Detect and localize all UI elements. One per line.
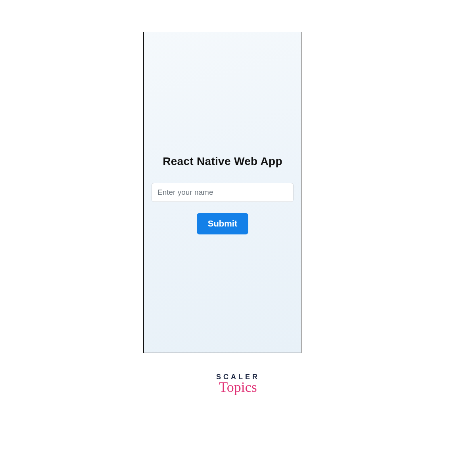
brand-logo-bottom: Topics [216, 380, 260, 394]
app-title: React Native Web App [163, 155, 282, 168]
brand-logo: SCALER Topics [216, 373, 260, 394]
name-input[interactable] [152, 183, 294, 202]
device-frame: React Native Web App Submit [143, 32, 301, 353]
submit-button[interactable]: Submit [197, 213, 249, 234]
